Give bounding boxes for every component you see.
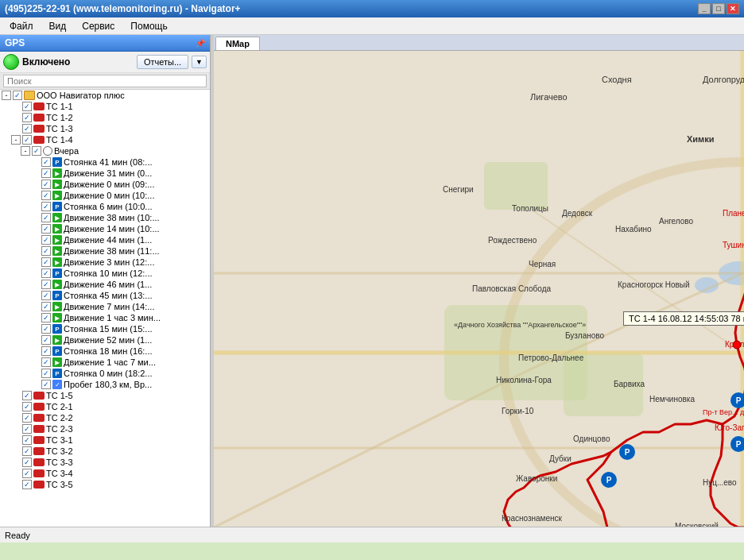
checkbox-tc22[interactable] [22, 413, 32, 423]
pin-icon[interactable]: 📌 [196, 39, 205, 48]
checkbox-ev13[interactable] [41, 291, 51, 300]
tree-item-ev3[interactable]: ▶Движение 0 мин (09:... [0, 179, 210, 190]
tree-item-tc14[interactable]: -ТС 1-4 [0, 134, 210, 145]
tree-label-ev15: Движение 1 час 3 мин... [64, 313, 161, 322]
menu-help[interactable]: Помощь [124, 19, 173, 33]
tree-item-ev8[interactable]: ▶Движение 44 мин (1... [0, 234, 210, 245]
checkbox-tc12[interactable] [22, 113, 32, 122]
tree-item-ev15[interactable]: ▶Движение 1 час 3 мин... [0, 312, 210, 323]
checkbox-ev19[interactable] [41, 357, 51, 367]
checkbox-ev8[interactable] [41, 235, 51, 245]
tree-item-ev2[interactable]: ▶Движение 31 мин (0... [0, 168, 210, 179]
checkbox-ev16[interactable] [41, 324, 51, 334]
checkbox-ev18[interactable] [41, 346, 51, 356]
checkbox-tc13[interactable] [22, 124, 32, 133]
gps-title: GPS [5, 37, 25, 48]
checkbox-ev12[interactable] [41, 280, 51, 289]
maximize-button[interactable]: □ [712, 3, 725, 14]
close-button[interactable]: ✕ [727, 3, 739, 14]
checkbox-ev9[interactable] [41, 246, 51, 256]
tree-item-tc35[interactable]: ТС 3-5 [0, 479, 210, 490]
tree-item-tc34[interactable]: ТС 3-4 [0, 468, 210, 479]
tree-item-ev17[interactable]: ▶Движение 52 мин (1... [0, 334, 210, 346]
checkbox-ev6[interactable] [41, 213, 51, 222]
tab-nmap[interactable]: NMap [215, 37, 260, 50]
checkbox-ev3[interactable] [41, 180, 51, 189]
tree-item-tc22[interactable]: ТС 2-2 [0, 412, 210, 423]
tree-label-tc34: ТС 3-4 [46, 469, 73, 478]
checkbox-tc35[interactable] [22, 480, 32, 489]
tree-label-ev21: Пробег 180,3 км, Вр... [64, 380, 152, 389]
tree-item-tc21[interactable]: ТС 2-1 [0, 401, 210, 412]
tree-label-ev7: Движение 14 мин (10:... [64, 224, 160, 234]
menu-view[interactable]: Вид [43, 19, 73, 33]
checkbox-ev5[interactable] [41, 202, 51, 211]
expand-btn-tc14[interactable]: - [11, 135, 21, 145]
search-input[interactable] [3, 75, 207, 87]
checkbox-ev2[interactable] [41, 168, 51, 178]
checkbox-ev15[interactable] [41, 313, 51, 322]
reports-dropdown-button[interactable]: ▼ [192, 56, 207, 68]
checkbox-ev11[interactable] [41, 268, 51, 278]
tree-item-ev12[interactable]: ▶Движение 46 мин (1... [0, 279, 210, 290]
tree-item-ev13[interactable]: PСтоянка 45 мин (13:... [0, 290, 210, 301]
minimize-button[interactable]: _ [698, 3, 711, 14]
tree-label-root: ООО Навигатор плюс [37, 91, 125, 100]
tree-item-ev6[interactable]: ▶Движение 38 мин (10:... [0, 212, 210, 223]
map-area[interactable]: P P P P P Сходня Лигачево Долг [214, 51, 744, 527]
tree-item-tc13[interactable]: ТС 1-3 [0, 123, 210, 134]
expand-btn-yesterday[interactable]: - [21, 146, 30, 156]
checkbox-tc34[interactable] [22, 469, 32, 478]
tree-item-tc32[interactable]: ТС 3-2 [0, 446, 210, 457]
checkbox-ev1[interactable] [41, 157, 51, 167]
tree-container[interactable]: -ООО Навигатор плюсТС 1-1ТС 1-2ТС 1-3-ТС… [0, 90, 210, 527]
checkbox-ev14[interactable] [41, 302, 51, 311]
title-bar: (495)225-22-91 (www.telemonitoring.ru) -… [0, 0, 744, 17]
tree-item-ev10[interactable]: ▶Движение 3 мин (12:... [0, 257, 210, 268]
expand-btn-root[interactable]: - [2, 91, 11, 100]
tree-item-ev21[interactable]: ✓Пробег 180,3 км, Вр... [0, 379, 210, 390]
checkbox-ev4[interactable] [41, 191, 51, 200]
tree-item-tc11[interactable]: ТС 1-1 [0, 101, 210, 112]
checkbox-tc15[interactable] [22, 391, 32, 400]
tree-item-ev5[interactable]: PСтоянка 6 мин (10:0... [0, 201, 210, 212]
checkbox-tc32[interactable] [22, 446, 32, 456]
checkbox-tc31[interactable] [22, 435, 32, 445]
tree-item-tc33[interactable]: ТС 3-3 [0, 457, 210, 468]
tree-item-ev9[interactable]: ▶Движение 38 мин (11:... [0, 245, 210, 257]
svg-text:«Дачного Хозяйства ""Архангель: «Дачного Хозяйства ""Архангельское""» [454, 321, 586, 329]
checkbox-ev20[interactable] [41, 369, 51, 378]
tree-item-ev11[interactable]: PСтоянка 10 мин (12:... [0, 268, 210, 279]
checkbox-tc11[interactable] [22, 102, 32, 111]
checkbox-ev7[interactable] [41, 224, 51, 234]
reports-button[interactable]: Отчеты... [137, 55, 188, 69]
tree-item-ev7[interactable]: ▶Движение 14 мин (10:... [0, 223, 210, 234]
checkbox-tc14[interactable] [22, 135, 32, 145]
tree-item-yesterday[interactable]: -Вчера [0, 145, 210, 156]
checkbox-tc23[interactable] [22, 424, 32, 434]
checkbox-yesterday[interactable] [32, 146, 41, 156]
checkbox-ev10[interactable] [41, 257, 51, 267]
checkbox-root[interactable] [13, 91, 22, 100]
menu-file[interactable]: Файл [3, 19, 40, 33]
tree-label-ev17: Движение 52 мин (1... [64, 335, 152, 345]
tree-item-ev18[interactable]: PСтоянка 18 мин (16:... [0, 346, 210, 357]
tree-item-ev16[interactable]: PСтоянка 15 мин (15:... [0, 323, 210, 334]
checkbox-ev21[interactable] [41, 380, 51, 389]
tree-label-ev9: Движение 38 мин (11:... [64, 246, 160, 256]
tree-item-ev1[interactable]: PСтоянка 41 мин (08:... [0, 156, 210, 168]
checkbox-tc21[interactable] [22, 402, 32, 411]
tree-item-tc12[interactable]: ТС 1-2 [0, 112, 210, 123]
tree-item-ev20[interactable]: PСтоянка 0 мин (18:2... [0, 368, 210, 379]
checkbox-tc33[interactable] [22, 458, 32, 467]
tree-item-ev4[interactable]: ▶Движение 0 мин (10:... [0, 190, 210, 201]
tree-item-tc23[interactable]: ТС 2-3 [0, 423, 210, 434]
tree-item-ev19[interactable]: ▶Движение 1 час 7 ми... [0, 357, 210, 368]
tree-item-tc31[interactable]: ТС 3-1 [0, 434, 210, 446]
tree-label-tc13: ТС 1-3 [46, 124, 73, 133]
menu-service[interactable]: Сервис [76, 19, 121, 33]
tree-item-root[interactable]: -ООО Навигатор плюс [0, 90, 210, 101]
tree-item-ev14[interactable]: ▶Движение 7 мин (14:... [0, 301, 210, 312]
checkbox-ev17[interactable] [41, 335, 51, 345]
tree-item-tc15[interactable]: ТС 1-5 [0, 390, 210, 401]
